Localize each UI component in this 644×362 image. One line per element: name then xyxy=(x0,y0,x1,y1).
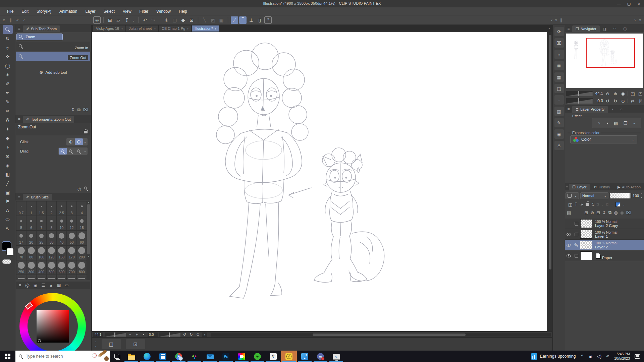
sub-tool-zoom-out[interactable]: Zoom Out xyxy=(16,52,90,61)
menu-window[interactable]: Window xyxy=(153,8,174,15)
brush-size-2.5[interactable]: 2.5 xyxy=(57,201,67,216)
layer-color-swatch[interactable] xyxy=(615,202,620,207)
nav-fit-screen-icon[interactable]: ◰ xyxy=(630,91,636,96)
brush-size-7[interactable]: 7 xyxy=(36,216,46,231)
layer-thumbnail[interactable] xyxy=(580,219,592,228)
brush-size-20[interactable]: 20 xyxy=(26,231,36,245)
drag-marquee-zoom-button[interactable] xyxy=(67,148,75,155)
taskbar-app-razer-synapse[interactable]: ϟ xyxy=(250,351,265,362)
layer-property-tab[interactable]: ≣ Layer Property xyxy=(572,106,608,113)
blend-tool[interactable]: ◑ xyxy=(3,143,13,152)
snap-to-ruler-icon[interactable]: ⟋ xyxy=(231,16,238,24)
brush-current-icon[interactable]: ◎ xyxy=(25,282,30,288)
blend-mode-dropdown[interactable]: Normal ⌄ xyxy=(580,192,608,199)
nav-rotate-ccw-icon[interactable]: ↺ xyxy=(605,99,611,104)
keyframe-icon[interactable]: ⍑ xyxy=(575,202,577,207)
vertical-scrollbar[interactable] xyxy=(548,32,552,331)
lock-alpha-icon[interactable]: ⍂ xyxy=(592,202,594,207)
new-raster-layer-icon[interactable]: ⊞ xyxy=(584,210,588,215)
scroll-left-icon[interactable]: ‹ xyxy=(23,18,24,22)
expression-color-dropdown[interactable]: Color ⌄ xyxy=(570,135,637,143)
brush-strip-icon-3[interactable]: ▲ xyxy=(49,283,53,288)
airbrush-tool[interactable]: ⁂ xyxy=(3,116,13,124)
liquify-tool[interactable]: ⊛ xyxy=(3,152,13,161)
brush-size-17[interactable]: 17 xyxy=(16,231,26,245)
zoom-in-click-button[interactable]: ⊕ xyxy=(67,138,75,145)
gradient-icon[interactable]: ◩ xyxy=(209,16,217,24)
pen-input-icon[interactable]: ✐ xyxy=(606,354,609,359)
maximize-button[interactable]: ▢ xyxy=(624,0,634,7)
rotate-reset-icon[interactable]: ⊙ xyxy=(195,333,201,337)
straight-line-icon[interactable]: ╲ xyxy=(201,16,208,24)
collapse-left-icon[interactable]: « xyxy=(3,18,5,22)
search-input[interactable] xyxy=(26,354,79,359)
tab-modified-dot-icon[interactable]: ● xyxy=(121,27,123,30)
opacity-slider[interactable] xyxy=(610,193,631,198)
collapse-left2-icon[interactable]: « xyxy=(16,18,19,22)
navigator-view-rect[interactable] xyxy=(586,38,635,68)
taskbar-app-google-chrome[interactable] xyxy=(171,351,186,362)
layer-panel-menu-icon[interactable]: ≡ xyxy=(565,185,569,190)
brush-size-25[interactable]: 25 xyxy=(36,231,46,245)
layer-thumbnail[interactable] xyxy=(580,251,592,260)
click-chevron-icon[interactable]: ⌄ xyxy=(83,138,87,145)
layer-row-layer-1[interactable]: 100 % NormalLayer 1 xyxy=(565,229,644,240)
canvas-rotate-slider[interactable] xyxy=(159,333,180,337)
brush-size-60[interactable]: 60 xyxy=(77,231,87,245)
nav-flip-v-icon[interactable]: ⇵ xyxy=(637,99,643,104)
rect-select-icon[interactable]: ▣ xyxy=(218,16,225,24)
clip-below-icon[interactable]: ◫ xyxy=(568,202,572,207)
auto-select-tool[interactable]: ✶ xyxy=(3,70,13,79)
material-dock-6-button[interactable]: ⁘ xyxy=(554,95,564,105)
minimize-button[interactable]: — xyxy=(614,0,624,7)
horizontal-scrollbar[interactable] xyxy=(211,333,551,337)
color-wheel[interactable] xyxy=(19,293,86,359)
layer-property-menu-icon[interactable]: ≡ xyxy=(565,107,572,113)
taskbar-search[interactable] xyxy=(15,351,110,362)
nav-rotate-reset-icon[interactable]: ⊙ xyxy=(620,99,626,104)
doc-tab-2[interactable]: CB Chap 1 Pg 19● xyxy=(159,25,191,32)
layer-checkbox[interactable] xyxy=(575,254,578,258)
taskbar-app-photoshop[interactable]: Ps xyxy=(218,351,234,362)
opacity-value[interactable]: 100 xyxy=(633,194,639,198)
material-dock-10-button[interactable]: ♙ xyxy=(554,141,564,150)
nav-zoom-out-icon[interactable]: ⊖ xyxy=(605,91,611,96)
effect-layer-color-icon[interactable]: ❐ xyxy=(624,121,628,126)
brush-size-6[interactable]: 6 xyxy=(26,216,36,231)
eyedropper-tool[interactable]: ✐ xyxy=(3,79,13,88)
save-options-chevron-icon[interactable]: ⌄ xyxy=(131,16,136,24)
brush-size-4[interactable]: 4 xyxy=(77,201,87,216)
menu-animation[interactable]: Animation xyxy=(56,8,81,15)
info-tab[interactable]: ⓘ xyxy=(620,25,630,32)
subtool-menu-icon[interactable]: ≡ xyxy=(15,26,23,32)
onion-skin-icon[interactable]: ✑ xyxy=(580,202,583,207)
tray-expand-icon[interactable]: ⌃ xyxy=(581,354,584,359)
doc-tab-1[interactable]: Julia ref sheet co● xyxy=(126,25,158,32)
object-select-tool[interactable]: ↖ xyxy=(3,224,13,233)
brush-strip-icon-2[interactable]: ☰ xyxy=(41,283,45,288)
layer-visible-icon[interactable] xyxy=(567,254,571,257)
doc-tab-3[interactable]: Illustration*● xyxy=(192,25,219,32)
subtool-group-zoom[interactable]: Zoom xyxy=(16,34,63,40)
canvas-zoom-value[interactable]: 44.1 xyxy=(93,333,103,337)
background-color-chip[interactable] xyxy=(6,248,14,255)
brush-size-3[interactable]: 3 xyxy=(67,201,77,216)
delete-sub-tool-icon[interactable]: ⌧ xyxy=(83,107,88,113)
material-dock-1-button[interactable]: ⌧ xyxy=(554,38,564,48)
brush-size-250[interactable]: 250 xyxy=(16,260,26,275)
lasso-select-tool[interactable]: ◯ xyxy=(3,61,13,70)
brush-size-100[interactable]: 100 xyxy=(36,245,46,260)
sub-tool-zoom-in[interactable]: Zoom In xyxy=(16,42,90,51)
layer-visible-icon[interactable] xyxy=(567,244,571,247)
redo-icon[interactable]: ↷ xyxy=(150,16,157,24)
layer-row-layer-2-copy[interactable]: 100 % NormalLayer 2 Copy xyxy=(565,219,644,229)
material-dock-3-button[interactable]: ⊠ xyxy=(554,61,564,70)
menu-filter[interactable]: Filter xyxy=(136,8,152,15)
brush-size-8[interactable]: 8 xyxy=(46,216,56,231)
new-canvas-icon[interactable]: ⊞ xyxy=(106,16,114,24)
news-widget[interactable]: Earnings upcoming xyxy=(531,353,576,360)
menu-view[interactable]: View xyxy=(119,8,135,15)
layer-row-paper[interactable]: Paper xyxy=(565,251,644,261)
layer-checkbox[interactable] xyxy=(575,233,578,236)
brush-size-50[interactable]: 50 xyxy=(67,231,77,245)
